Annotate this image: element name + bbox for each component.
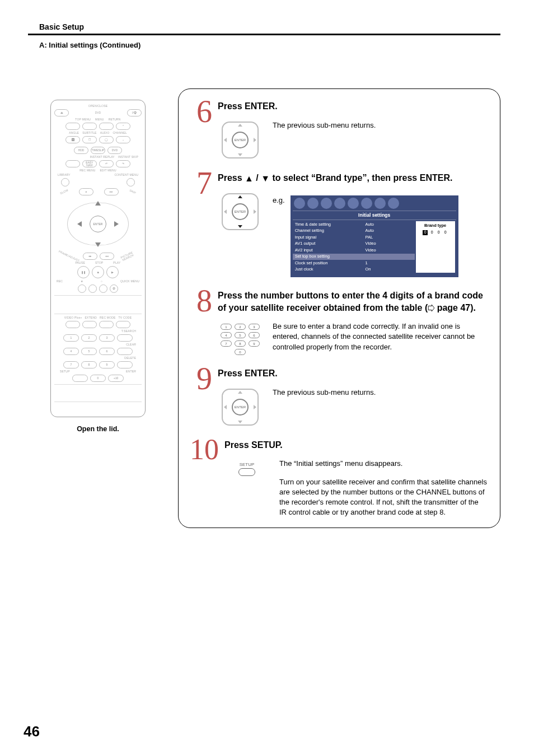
step-8-title: Press the number buttons to enter the 4 … <box>218 290 488 314</box>
osd-row: Input signal <box>295 234 361 241</box>
osd-row: Channel setting <box>295 228 361 235</box>
step-9-text: The previous sub-menu returns. <box>273 388 488 398</box>
page-number: 46 <box>24 723 40 740</box>
step-number-10: 10 <box>188 438 219 518</box>
step-10-text-2: Turn on your satellite receiver and conf… <box>279 477 488 518</box>
step-number-7: 7 <box>188 171 212 277</box>
remote-caption: Open the lid. <box>28 425 168 433</box>
step-9-title: Press ENTER. <box>218 367 488 380</box>
osd-initial-settings: Initial settings Time & date setting Cha… <box>291 195 458 277</box>
step-number-8: 8 <box>188 288 212 355</box>
dpad-enter-icon: ENTER <box>221 388 260 427</box>
step-10-text-1: The “Initial settings” menu disappears. <box>279 459 488 469</box>
osd-row: Clock set position <box>295 260 361 267</box>
osd-row: AV2 input <box>295 247 361 254</box>
osd-row: Time & date setting <box>295 221 361 228</box>
step-6: 6 Press ENTER. ENTER The previous s <box>188 99 488 160</box>
example-label: e.g. <box>273 195 285 206</box>
step-6-title: Press ENTER. <box>218 100 488 113</box>
step-10-title: Press SETUP. <box>224 439 488 451</box>
step-7: 7 Press ▲ / ▼ to select “Brand type”, th… <box>188 171 488 277</box>
osd-brand-type-panel: Brand type 0 0 0 0 <box>416 221 455 273</box>
page-subtitle: A: Initial settings (Continued) <box>39 41 500 49</box>
step-6-text: The previous sub-menu returns. <box>273 120 488 130</box>
step-8-text: Be sure to enter a brand code correctly.… <box>273 321 488 352</box>
osd-row: Just clock <box>295 267 361 273</box>
header-rule <box>28 34 500 35</box>
osd-title: Initial settings <box>293 211 456 220</box>
setup-button-icon: SETUP <box>238 459 255 476</box>
chapter-label: Basic Setup <box>39 22 500 34</box>
step-number-6: 6 <box>188 99 212 160</box>
page-ref-arrow-icon <box>428 305 434 311</box>
dpad-enter-icon: ENTER <box>221 120 260 160</box>
osd-row-highlight: Set top box setting <box>293 254 363 260</box>
dpad-updown-enter-icon: ENTER <box>221 192 260 231</box>
step-9: 9 Press ENTER. ENTER The previous s <box>188 366 488 427</box>
step-7-title: Press ▲ / ▼ to select “Brand type”, then… <box>218 172 488 185</box>
number-pad-icon: 123 456 789 0 <box>221 321 260 355</box>
remote-diagram: OPEN/CLOSE ⏏ DVD I/⏼ TOP MENU MENU RETUR… <box>50 100 146 417</box>
steps-panel: 6 Press ENTER. ENTER The previous s <box>178 88 500 528</box>
step-8: 8 Press the number buttons to enter the … <box>188 288 488 355</box>
osd-row: AV1 output <box>295 241 361 248</box>
step-number-9: 9 <box>188 366 212 427</box>
step-10: 10 Press SETUP. SETUP The “Initial setti… <box>188 438 488 518</box>
